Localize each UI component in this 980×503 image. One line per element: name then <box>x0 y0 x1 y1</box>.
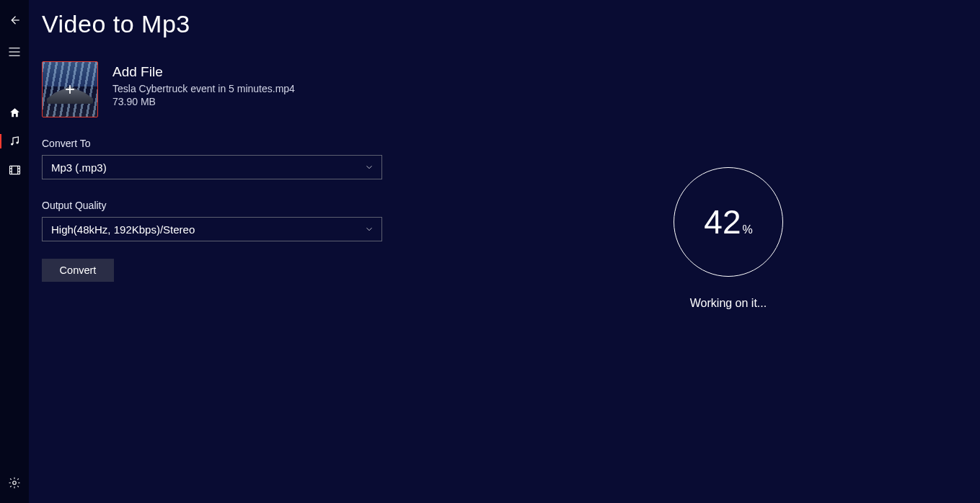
file-size: 73.90 MB <box>112 96 295 107</box>
add-file-thumbnail[interactable]: + <box>42 61 98 117</box>
settings-button[interactable] <box>0 468 29 497</box>
gear-icon <box>8 476 21 489</box>
plus-icon: + <box>43 62 97 117</box>
chevron-down-icon <box>364 162 374 172</box>
main-content: Video to Mp3 + Add File Tesla Cybertruck… <box>29 0 980 503</box>
svg-point-1 <box>16 141 18 143</box>
file-name: Tesla Cybertruck event in 5 minutes.mp4 <box>112 83 295 94</box>
file-meta: Add File Tesla Cybertruck event in 5 min… <box>112 61 295 117</box>
progress-number: 42 <box>704 202 741 241</box>
page-title: Video to Mp3 <box>42 10 967 38</box>
progress-status: Working on it... <box>690 297 767 310</box>
nav-group <box>0 98 29 184</box>
progress-symbol: % <box>742 223 752 236</box>
chevron-down-icon <box>364 224 374 234</box>
nav-video[interactable] <box>0 156 29 184</box>
svg-rect-2 <box>9 166 19 174</box>
sidebar <box>0 0 29 503</box>
nav-music[interactable] <box>0 127 29 156</box>
svg-point-3 <box>13 481 17 485</box>
hamburger-icon <box>8 47 21 57</box>
svg-point-0 <box>11 143 13 145</box>
progress-percent: 42 % <box>704 202 752 241</box>
nav-home[interactable] <box>0 98 29 127</box>
output-quality-select[interactable]: High(48kHz, 192Kbps)/Stereo <box>42 217 382 241</box>
convert-button-label: Convert <box>60 264 97 276</box>
film-icon <box>9 165 21 175</box>
file-row: + Add File Tesla Cybertruck event in 5 m… <box>42 61 967 117</box>
convert-to-value: Mp3 (.mp3) <box>51 161 107 174</box>
music-note-icon <box>9 135 20 147</box>
add-file-label: Add File <box>112 64 295 80</box>
home-icon <box>9 107 21 119</box>
progress-ring: 42 % <box>674 167 783 277</box>
convert-button[interactable]: Convert <box>42 259 114 282</box>
convert-to-select[interactable]: Mp3 (.mp3) <box>42 155 382 179</box>
arrow-left-icon <box>8 14 21 27</box>
convert-to-label: Convert To <box>42 138 967 149</box>
progress-area: 42 % Working on it... <box>627 167 829 310</box>
back-button[interactable] <box>0 6 29 35</box>
menu-button[interactable] <box>0 37 29 66</box>
output-quality-value: High(48kHz, 192Kbps)/Stereo <box>51 223 195 236</box>
